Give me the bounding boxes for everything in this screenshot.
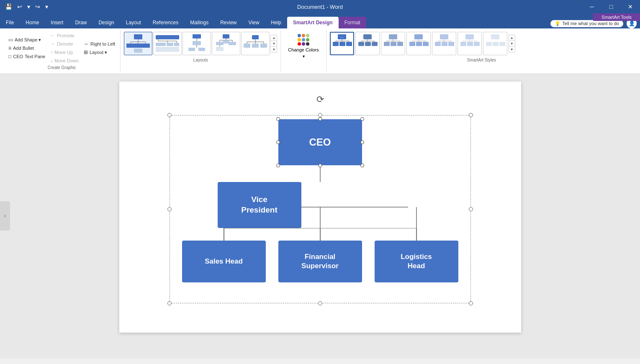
right-to-left-button[interactable]: ↔ Right to Left <box>82 40 117 48</box>
svg-rect-6 <box>126 44 135 48</box>
save-button[interactable]: 💾 <box>3 3 14 11</box>
svg-rect-44 <box>260 44 267 48</box>
undo-button[interactable]: ↩ <box>15 3 24 11</box>
resize-handle-right-mid[interactable] <box>469 207 473 211</box>
minimize-button[interactable]: ─ <box>582 0 601 13</box>
box-handle-ml[interactable] <box>276 141 280 144</box>
resize-handle-bottom-right[interactable] <box>469 301 473 305</box>
tab-file[interactable]: File <box>0 17 20 28</box>
box-handle-tm[interactable] <box>318 117 322 121</box>
style-thumb-4[interactable] <box>406 32 431 55</box>
svg-rect-72 <box>414 34 423 39</box>
box-handle-mr[interactable] <box>360 141 364 144</box>
style-scroll-down[interactable]: ▼ <box>509 41 515 47</box>
financial-supervisor-box[interactable]: FinancialSupervisor <box>278 241 362 282</box>
layout-thumb-3[interactable] <box>182 32 211 55</box>
color-dots-grid <box>298 34 309 46</box>
customize-qat-button[interactable]: ▾ <box>44 3 50 11</box>
demote-button[interactable]: → Demote <box>49 40 80 48</box>
change-colors-button[interactable]: Change Colors ▾ <box>284 32 322 61</box>
layout-thumb-1[interactable] <box>124 32 152 55</box>
resize-handle-top-right[interactable] <box>469 113 473 117</box>
ceo-box[interactable]: CEO <box>278 119 362 165</box>
tab-smartart-design[interactable]: SmartArt Design <box>287 17 339 28</box>
tab-layout[interactable]: Layout <box>120 17 147 28</box>
svg-rect-8 <box>141 44 150 48</box>
svg-rect-16 <box>167 43 173 46</box>
tell-me-button[interactable]: 💡 Tell me what you want to do <box>550 20 623 27</box>
style-scroll-more[interactable]: ▼ <box>509 47 515 52</box>
layout-thumb-5[interactable] <box>241 32 270 55</box>
smartart-container[interactable]: ⟳ <box>170 115 471 303</box>
redo-button[interactable]: ↪ <box>33 3 42 11</box>
style-thumb-1[interactable]: — <box>330 32 354 55</box>
layout-thumb-2[interactable] <box>153 32 182 55</box>
resize-handle-left-mid[interactable] <box>167 207 172 211</box>
box-handle-bl[interactable] <box>276 164 280 167</box>
svg-rect-64 <box>389 34 397 39</box>
tab-references[interactable]: References <box>147 17 184 28</box>
right-to-left-icon: ↔ <box>84 41 89 47</box>
style-thumb-2[interactable] <box>355 32 380 55</box>
layout-thumb-4[interactable] <box>212 32 240 55</box>
box-handle-tr[interactable] <box>360 117 364 121</box>
text-pane-button[interactable]: □ CEO Text Pane <box>7 53 47 60</box>
rotate-handle[interactable]: ⟳ <box>316 94 324 105</box>
layout-scroll-down[interactable]: ▼ <box>271 41 277 47</box>
layout-scroll-buttons[interactable]: ▲ ▼ ▼ <box>270 35 277 53</box>
resize-handle-top-mid[interactable] <box>318 113 322 117</box>
tab-view[interactable]: View <box>243 17 265 28</box>
layout-button[interactable]: ⊞ Layout ▾ <box>82 49 109 56</box>
close-button[interactable]: ✕ <box>621 0 640 13</box>
smartart-context-label: SmartArt Tools <box>593 13 640 21</box>
style-scroll-up[interactable]: ▲ <box>509 35 515 41</box>
undo-dropdown[interactable]: ▾ <box>26 3 32 11</box>
smartart-styles-label: SmartArt Styles <box>330 58 633 62</box>
tab-review[interactable]: Review <box>214 17 242 28</box>
svg-rect-90 <box>465 34 474 39</box>
style-thumb-6[interactable] <box>458 32 482 55</box>
layout-thumbnails: ▲ ▼ ▼ <box>124 32 277 55</box>
tab-format[interactable]: Format <box>339 17 366 28</box>
sales-head-box[interactable]: Sales Head <box>182 241 266 282</box>
add-shape-button[interactable]: ▭ Add Shape ▾ <box>7 36 47 44</box>
box-handle-tl[interactable] <box>276 117 280 121</box>
layout-scroll-up[interactable]: ▲ <box>271 35 277 41</box>
logistics-head-box[interactable]: LogisticsHead <box>375 241 458 282</box>
move-up-button[interactable]: ↑ Move Up <box>49 49 80 56</box>
layout-scroll-more[interactable]: ▼ <box>271 47 277 52</box>
svg-rect-92 <box>467 42 473 46</box>
ribbon: File Home Insert Draw Design Layout Refe… <box>0 13 640 73</box>
box-handle-br[interactable] <box>360 164 364 167</box>
style-thumb-5[interactable] <box>432 32 456 55</box>
svg-rect-42 <box>244 44 250 48</box>
svg-rect-73 <box>409 42 415 46</box>
resize-handle-bottom-left[interactable] <box>167 301 172 305</box>
change-colors-group: Change Colors ▾ <box>281 30 326 72</box>
vp-box[interactable]: VicePresident <box>218 182 301 228</box>
style-thumb-3[interactable] <box>381 32 405 55</box>
svg-rect-93 <box>474 42 480 46</box>
tab-mailings[interactable]: Mailings <box>184 17 214 28</box>
window-title: Document1 - Word <box>297 4 343 10</box>
style-scroll-buttons[interactable]: ▲ ▼ ▼ <box>509 35 515 53</box>
collapse-panel-button[interactable]: ‹ <box>0 201 10 231</box>
maximize-button[interactable]: □ <box>601 0 621 13</box>
color-dot-4 <box>298 38 301 41</box>
tab-design[interactable]: Design <box>93 17 120 28</box>
resize-handle-top-left[interactable] <box>167 113 172 117</box>
tab-home[interactable]: Home <box>20 17 45 28</box>
move-down-button[interactable]: ↓ Move Down <box>49 57 80 64</box>
style-icon-6 <box>459 33 481 54</box>
resize-handle-bottom-mid[interactable] <box>318 301 322 305</box>
tab-help[interactable]: Help <box>265 17 287 28</box>
style-thumb-7[interactable] <box>483 32 507 55</box>
box-handle-bm[interactable] <box>318 164 322 167</box>
svg-rect-56 <box>358 42 364 46</box>
style-icon-7 <box>484 33 506 54</box>
add-bullet-button[interactable]: ≡ Add Bullet <box>7 44 47 52</box>
promote-button[interactable]: ← Promote <box>49 32 80 39</box>
style-icon-4 <box>408 33 429 54</box>
tab-draw[interactable]: Draw <box>69 17 93 28</box>
tab-insert[interactable]: Insert <box>45 17 69 28</box>
